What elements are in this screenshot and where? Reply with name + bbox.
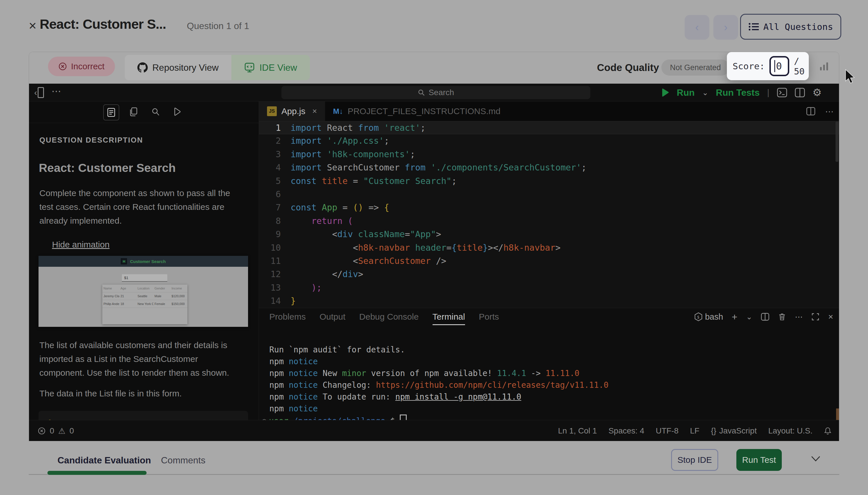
status-item[interactable]: Spaces: 4 xyxy=(608,426,644,436)
search-placeholder: Search xyxy=(429,88,454,97)
code-line[interactable]: 1import React from 'react'; xyxy=(259,121,839,134)
status-item[interactable]: {}JavaScript xyxy=(711,426,757,436)
hide-animation-link[interactable]: Hide animation xyxy=(52,240,109,250)
code-token: return ( xyxy=(311,216,353,226)
code-token: ; xyxy=(581,163,586,172)
prev-question-button[interactable]: ‹ xyxy=(684,15,709,40)
code-quality-status-badge: Not Generated xyxy=(661,59,729,75)
tab-comments[interactable]: Comments xyxy=(161,455,206,466)
collapse-footer-icon[interactable] xyxy=(809,455,822,462)
code-token: import xyxy=(291,123,322,133)
status-item-label: Spaces: 4 xyxy=(608,426,644,436)
next-question-button[interactable]: › xyxy=(713,15,738,40)
code-line[interactable]: 6 xyxy=(259,188,839,201)
panel-tab-problems[interactable]: Problems xyxy=(269,312,306,322)
run-tests-button[interactable]: Run Tests xyxy=(716,87,760,98)
warnings-count[interactable]: 0 xyxy=(70,426,74,436)
code-token: /> xyxy=(431,256,446,266)
code-token: React xyxy=(322,123,358,133)
ide-search-input[interactable]: Search xyxy=(281,86,590,99)
run-dropdown-icon[interactable]: ⌄ xyxy=(702,88,709,97)
description-tab-icon[interactable] xyxy=(103,104,119,120)
code-line[interactable]: 10 <h8k-navbar header={title}></h8k-navb… xyxy=(259,241,839,254)
status-item-label: UTF-8 xyxy=(656,426,678,436)
editor-tab[interactable]: JSApp.js× xyxy=(259,101,325,121)
all-questions-button[interactable]: All Questions xyxy=(740,14,841,40)
errors-count[interactable]: 0 xyxy=(50,426,54,436)
status-item[interactable]: Ln 1, Col 1 xyxy=(558,426,597,436)
code-line[interactable]: 9 <div className="App"> xyxy=(259,228,839,241)
view-switcher: Repository View IDE View xyxy=(125,55,310,80)
score-stats-icon[interactable] xyxy=(820,62,828,70)
notifications-bell-icon[interactable] xyxy=(824,427,832,435)
editor-more-icon[interactable]: ⋯ xyxy=(825,106,834,116)
stop-ide-button[interactable]: Stop IDE xyxy=(671,449,718,471)
status-item[interactable]: Layout: U.S. xyxy=(768,426,813,436)
panel-tab-terminal[interactable]: Terminal xyxy=(433,312,465,322)
score-input[interactable]: 0 xyxy=(769,56,789,76)
terminal-line: npm notice New minor version of npm avai… xyxy=(269,368,839,379)
code-line[interactable]: 3import 'h8k-components'; xyxy=(259,148,839,161)
svg-text:$: $ xyxy=(697,315,699,319)
split-view-icon[interactable] xyxy=(806,107,815,116)
ide-view-tab[interactable]: IDE View xyxy=(231,55,310,80)
code-line[interactable]: 4import SearchCustomer from './component… xyxy=(259,161,839,174)
code-token: = xyxy=(405,229,410,239)
code-line[interactable]: 2import './App.css'; xyxy=(259,134,839,148)
code-line[interactable]: 7const App = () => { xyxy=(259,201,839,214)
panel-tab-debug-console[interactable]: Debug Console xyxy=(359,312,419,322)
editor-tab[interactable]: M↓PROJECT_FILES_INSTRUCTIONS.md xyxy=(325,101,508,121)
close-icon[interactable]: × xyxy=(29,18,36,33)
code-line[interactable]: 13 ); xyxy=(259,281,839,294)
terminal-line: npm notice xyxy=(269,356,839,368)
repository-view-tab[interactable]: Repository View xyxy=(125,55,231,80)
terminal-panel-icon[interactable] xyxy=(777,88,787,98)
terminal-dropdown-icon[interactable]: ⌄ xyxy=(746,312,752,321)
code-line[interactable]: 12 </div> xyxy=(259,268,839,281)
split-terminal-icon[interactable] xyxy=(761,313,769,321)
debug-tab-icon[interactable] xyxy=(170,104,185,119)
code-editor[interactable]: 1import React from 'react';2import './Ap… xyxy=(259,121,839,308)
close-panel-icon[interactable]: × xyxy=(828,312,833,322)
shell-session-item[interactable]: $ bash xyxy=(694,312,723,322)
play-icon[interactable] xyxy=(661,88,670,97)
status-item[interactable]: UTF-8 xyxy=(656,426,678,436)
collapse-sidebar-icon[interactable]: ‹ xyxy=(34,87,44,98)
code-line[interactable]: 8 return ( xyxy=(259,215,839,228)
code-line[interactable]: 5const title = "Customer Search"; xyxy=(259,174,839,188)
code-token: "Customer Search" xyxy=(363,176,452,186)
files-tab-icon[interactable] xyxy=(126,104,141,119)
tab-candidate-evaluation[interactable]: Candidate Evaluation xyxy=(57,455,151,466)
maximize-icon[interactable] xyxy=(811,313,819,321)
code-token: > xyxy=(555,243,560,253)
preview-search-input: $1 xyxy=(122,274,167,282)
code-line[interactable]: 14} xyxy=(259,294,839,308)
status-item[interactable]: LF xyxy=(690,426,699,436)
panel-tab-ports[interactable]: Ports xyxy=(479,312,499,322)
terminal-more-icon[interactable]: ⋯ xyxy=(795,312,803,322)
code-token: './App.css' xyxy=(322,136,384,146)
code-line[interactable]: 11 <SearchCustomer /> xyxy=(259,254,839,268)
editor-region: JSApp.js×M↓PROJECT_FILES_INSTRUCTIONS.md… xyxy=(259,101,839,426)
terminal-output[interactable]: Run `npm audit` for details.npm noticenp… xyxy=(259,325,839,427)
status-badge: Incorrect xyxy=(48,57,115,76)
preview-col-header: Name xyxy=(102,285,119,292)
shell-label: bash xyxy=(705,312,723,322)
more-menu-icon[interactable]: ⋯ xyxy=(51,85,62,97)
close-tab-icon[interactable]: × xyxy=(312,107,317,116)
code-token: npm xyxy=(269,380,289,390)
search-tab-icon[interactable] xyxy=(148,104,163,119)
panel-tab-output[interactable]: Output xyxy=(319,312,346,322)
editor-scrollbar[interactable] xyxy=(835,122,838,162)
code-text: ); xyxy=(291,281,322,294)
code-token: > xyxy=(436,229,441,239)
all-questions-label: All Questions xyxy=(763,21,833,32)
split-editor-icon[interactable] xyxy=(795,88,805,98)
new-terminal-icon[interactable]: + xyxy=(732,311,737,323)
run-test-button[interactable]: Run Test xyxy=(736,449,782,471)
code-token: npm xyxy=(269,404,289,413)
settings-gear-icon[interactable]: ⚙ xyxy=(813,87,822,99)
trash-icon[interactable] xyxy=(778,312,786,321)
code-token: ; xyxy=(452,176,457,186)
run-button[interactable]: Run xyxy=(677,87,695,98)
